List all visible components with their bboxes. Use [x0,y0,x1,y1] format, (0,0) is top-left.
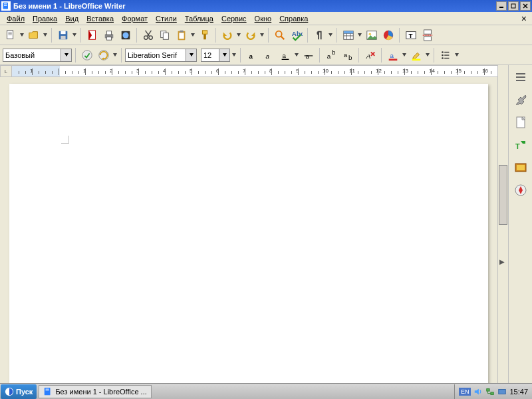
paragraph-style-input[interactable] [3,49,61,61]
menu-table[interactable]: Таблица [181,13,217,24]
insert-page-break-button[interactable] [420,27,435,43]
scrollbar-thumb[interactable] [499,165,507,225]
paste-dropdown[interactable] [190,33,196,37]
formatting-marks-button[interactable] [311,27,327,43]
insert-chart-button[interactable] [380,27,396,43]
window-titlebar: Без имени 1 - LibreOffice Writer [0,0,532,12]
spellcheck-button[interactable]: Abc [289,27,304,43]
menu-file[interactable]: Файл [3,13,29,24]
clone-formatting-button[interactable] [197,27,212,43]
cut-button[interactable] [140,27,156,43]
close-button[interactable] [520,1,531,11]
paste-button[interactable] [174,27,189,43]
menu-insert[interactable]: Вставка [82,13,118,24]
insert-textbox-button[interactable]: T [403,27,418,43]
export-pdf-button[interactable] [84,27,100,43]
menu-view[interactable]: Вид [61,13,82,24]
sidebar-menu-icon[interactable] [513,69,529,85]
ruler-corner[interactable]: L [0,65,12,77]
horizontal-ruler[interactable]: 11234567891011121314151617 [12,65,497,77]
menu-help[interactable]: Справка [275,13,312,24]
vertical-scrollbar[interactable]: ▶ [497,65,508,383]
paragraph-style-dropdown[interactable] [61,49,71,61]
font-size-input[interactable] [201,49,219,61]
underline-button[interactable]: a [277,47,293,63]
font-size-extra-dropdown[interactable] [231,53,237,57]
redo-button[interactable] [243,27,258,43]
svg-rect-11 [8,35,11,35]
open-dropdown[interactable] [43,33,48,37]
insert-table-dropdown[interactable] [357,33,362,37]
menu-edit[interactable]: Правка [29,13,61,24]
new-style-dropdown[interactable] [112,53,118,57]
clear-formatting-button[interactable]: A [362,47,378,63]
close-document-button[interactable]: × [519,13,529,24]
font-name-combo[interactable] [125,49,197,62]
minimize-button[interactable] [496,1,507,11]
start-button[interactable]: Пуск [1,384,37,399]
bullet-list-dropdown[interactable] [454,53,460,57]
bullet-list-button[interactable] [438,47,453,63]
superscript-button[interactable]: ab [323,47,338,63]
update-style-button[interactable] [79,47,94,63]
svg-rect-26 [163,33,168,39]
svg-rect-17 [106,31,111,34]
sidebar-expand-icon[interactable]: ▶ [499,258,505,265]
menu-styles[interactable]: Стили [152,13,181,24]
new-button[interactable] [3,27,18,43]
paragraph-style-combo[interactable] [3,49,72,62]
print-button[interactable] [101,27,116,43]
svg-text:a: a [327,53,331,60]
svg-point-32 [275,31,281,37]
highlight-button[interactable] [408,47,424,63]
open-button[interactable] [26,27,41,43]
maximize-button[interactable] [508,1,519,11]
tray-extra-icon[interactable] [497,387,507,396]
system-tray: EN 15:47 [454,384,532,399]
menu-window[interactable]: Окно [251,13,276,24]
menu-format[interactable]: Формат [118,13,152,24]
highlight-dropdown[interactable] [425,53,430,57]
formatting-marks-dropdown[interactable] [328,33,333,37]
svg-rect-82 [45,387,51,394]
underline-dropdown[interactable] [294,53,299,57]
insert-table-button[interactable] [340,27,356,43]
svg-rect-2 [4,5,7,5]
document-page[interactable] [9,84,488,383]
new-dropdown[interactable] [19,33,25,37]
font-size-combo[interactable] [201,49,230,62]
taskbar-app-button[interactable]: Без имени 1 - LibreOffice ... [39,385,151,398]
save-dropdown[interactable] [72,33,77,37]
font-name-dropdown[interactable] [186,49,196,61]
language-indicator[interactable]: EN [459,388,471,396]
document-area[interactable] [0,77,497,383]
menu-tools[interactable]: Сервис [217,13,251,24]
font-color-button[interactable]: a [385,47,400,63]
save-button[interactable] [55,27,70,43]
subscript-button[interactable]: ab [340,47,355,63]
strikethrough-button[interactable]: a [301,47,316,63]
italic-button[interactable]: a [261,47,276,63]
clock[interactable]: 15:47 [509,388,528,396]
sidebar-navigator-icon[interactable] [513,182,529,198]
new-style-button[interactable] [96,47,111,63]
network-icon[interactable] [485,387,495,396]
sidebar-gallery-icon[interactable] [513,160,529,176]
font-name-input[interactable] [126,49,186,61]
sidebar-properties-icon[interactable] [513,92,529,108]
find-replace-button[interactable] [272,27,287,43]
font-color-dropdown[interactable] [402,53,407,57]
undo-button[interactable] [219,27,235,43]
insert-image-button[interactable] [364,27,379,43]
svg-rect-18 [106,37,111,40]
undo-dropdown[interactable] [236,33,241,37]
redo-dropdown[interactable] [259,33,265,37]
copy-button[interactable] [157,27,172,43]
svg-rect-5 [511,4,515,8]
bold-button[interactable]: a [244,47,259,63]
sidebar-page-icon[interactable] [513,114,529,130]
font-size-dropdown[interactable] [219,49,229,61]
print-preview-button[interactable] [118,27,133,43]
volume-icon[interactable] [473,387,483,396]
sidebar-styles-icon[interactable]: T [513,137,529,153]
